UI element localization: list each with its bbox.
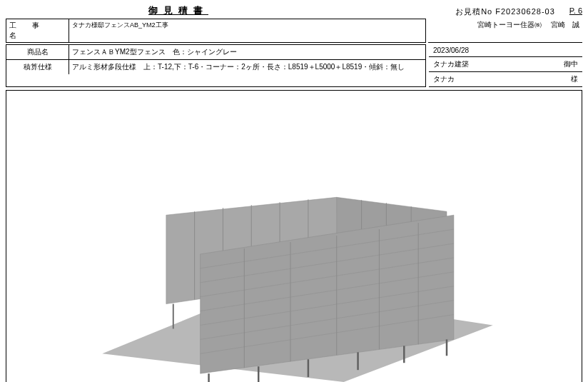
project-value: タナカ様邸フェンスAB_YM2工事 <box>69 19 426 42</box>
fence-render-illustration <box>6 91 582 382</box>
project-row: 工 事 名 タナカ様邸フェンスAB_YM2工事 宮崎トーヨー住器㈱ 宮崎 誠 <box>6 19 582 43</box>
product-value: フェンスＡＢYM2型フェンス 色：シャイングレー <box>69 45 425 59</box>
customer-row: タナカ 様 <box>429 72 582 87</box>
spec-row: 積算仕様 アルミ形材多段仕様 上：T-12,下：T-6・コーナー：2ヶ所・長さ：… <box>6 59 425 74</box>
title-right-block: お見積No F20230628-03 P. 6 <box>455 6 582 17</box>
project-label: 工 事 名 <box>6 19 69 42</box>
spec-value: アルミ形材多段仕様 上：T-12,下：T-6・コーナー：2ヶ所・長さ：L8519… <box>69 60 425 74</box>
document-title: 御見積書 <box>148 4 208 17</box>
company-person: 宮崎 誠 <box>551 21 579 29</box>
quote-no-value: F20230628-03 <box>495 7 555 16</box>
customer-suffix: 様 <box>571 74 578 84</box>
quote-no-label: お見積No <box>455 7 492 16</box>
spec-label: 積算仕様 <box>6 60 69 74</box>
customer-name: タナカ <box>433 74 571 84</box>
info-area: 商品名 フェンスＡＢYM2型フェンス 色：シャイングレー 積算仕様 アルミ形材多… <box>6 44 582 87</box>
info-left-table: 商品名 フェンスＡＢYM2型フェンス 色：シャイングレー 積算仕様 アルミ形材多… <box>6 44 426 87</box>
title-row: 御見積書 お見積No F20230628-03 P. 6 <box>6 4 582 17</box>
page-number: P. 6 <box>569 6 582 17</box>
render-viewport <box>6 90 582 382</box>
builder-suffix: 御中 <box>564 59 578 69</box>
date-row: 2023/06/28 <box>429 44 582 57</box>
quote-number: お見積No F20230628-03 <box>455 6 555 17</box>
builder-row: タナカ建築 御中 <box>429 57 582 72</box>
date-value: 2023/06/28 <box>433 46 578 54</box>
info-right-table: 2023/06/28 タナカ建築 御中 タナカ 様 <box>429 44 582 87</box>
document-page: 御見積書 お見積No F20230628-03 P. 6 工 事 名 タナカ様邸… <box>0 0 588 382</box>
company-name: 宮崎トーヨー住器㈱ <box>477 21 542 29</box>
product-row: 商品名 フェンスＡＢYM2型フェンス 色：シャイングレー <box>6 45 425 59</box>
product-label: 商品名 <box>6 45 69 59</box>
company-line: 宮崎トーヨー住器㈱ 宮崎 誠 <box>428 19 582 43</box>
project-box: 工 事 名 タナカ様邸フェンスAB_YM2工事 <box>6 19 426 43</box>
builder-name: タナカ建築 <box>433 59 564 69</box>
